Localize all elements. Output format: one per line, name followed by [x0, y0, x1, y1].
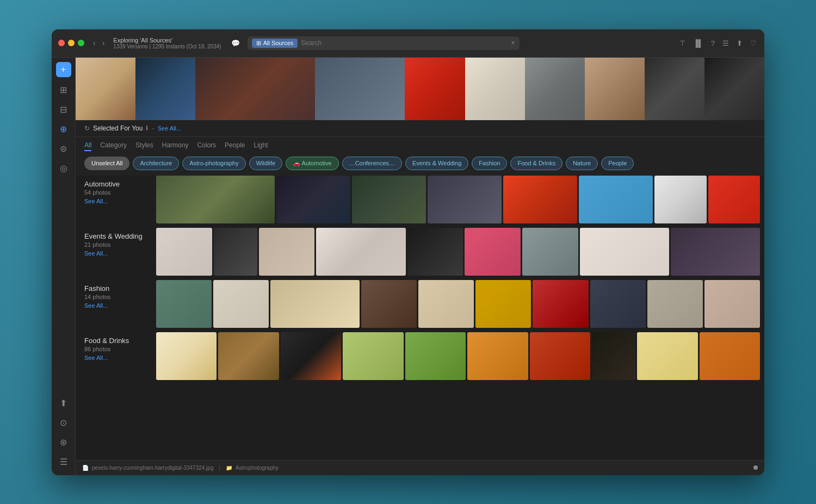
pill-wildlife[interactable]: Wildlife: [249, 157, 282, 170]
event-photo-7[interactable]: [522, 228, 578, 276]
food-photo-5[interactable]: [405, 332, 466, 380]
hero-image-8[interactable]: [645, 58, 704, 120]
fashion-photo-3[interactable]: [270, 280, 359, 328]
food-photo-3[interactable]: [281, 332, 341, 380]
fashion-photo-2[interactable]: [213, 280, 269, 328]
fashion-see-all[interactable]: See All...: [84, 302, 152, 309]
back-button[interactable]: ‹: [91, 38, 98, 48]
auto-photo-7[interactable]: [654, 176, 706, 223]
auto-photo-1[interactable]: [156, 176, 275, 223]
fashion-photo-10[interactable]: [704, 280, 760, 328]
food-photo-1[interactable]: [156, 332, 217, 380]
auto-photo-4[interactable]: [428, 176, 502, 223]
pill-conferences[interactable]: …Conferences…: [342, 157, 402, 170]
sfy-see-all[interactable]: See All...: [158, 125, 181, 132]
sidebar-item-plugin2[interactable]: ⊛: [55, 434, 72, 451]
minimize-button[interactable]: [68, 40, 75, 46]
pill-food[interactable]: Food & Drinks: [510, 157, 562, 170]
food-photo-2[interactable]: [218, 332, 279, 380]
pill-unselect-all[interactable]: Unselect All: [84, 157, 129, 170]
food-photo-4[interactable]: [343, 332, 403, 380]
sidebar-item-filmstrip[interactable]: ⊟: [55, 101, 72, 119]
auto-photo-2[interactable]: [276, 176, 350, 223]
event-photo-9[interactable]: [671, 228, 760, 276]
pill-architecture[interactable]: Architecture: [133, 157, 179, 170]
event-photo-6[interactable]: [465, 228, 521, 276]
sidebar-item-menu[interactable]: ☰: [55, 453, 72, 471]
hero-image-7[interactable]: [585, 58, 645, 120]
pill-astro[interactable]: Astro-photography: [182, 157, 246, 170]
hero-image-6[interactable]: [525, 58, 585, 120]
filter-tab-light[interactable]: Light: [254, 141, 268, 151]
maximize-button[interactable]: [78, 40, 84, 46]
fashion-photo-7[interactable]: [533, 280, 588, 328]
hero-image-1[interactable]: [135, 58, 195, 120]
food-photo-9[interactable]: [637, 332, 697, 380]
auto-photo-3[interactable]: [352, 176, 426, 223]
fashion-photo-8[interactable]: [590, 280, 646, 328]
help-icon[interactable]: ?: [710, 38, 716, 48]
hero-image-2[interactable]: [195, 58, 315, 120]
fashion-photo-strip: [156, 280, 760, 328]
hero-image-3[interactable]: [315, 58, 405, 120]
food-photo-10[interactable]: [700, 332, 760, 380]
pill-fashion[interactable]: Fashion: [472, 157, 507, 170]
filter-tab-people[interactable]: People: [225, 141, 245, 151]
sidebar-toggle-icon[interactable]: ☰: [721, 38, 730, 48]
pill-nature[interactable]: Nature: [566, 157, 598, 170]
heart-icon[interactable]: ♡: [749, 38, 758, 48]
food-photo-6[interactable]: [467, 332, 528, 380]
fashion-photo-9[interactable]: [647, 280, 703, 328]
auto-photo-5[interactable]: [503, 176, 577, 223]
auto-photo-6[interactable]: [579, 176, 653, 223]
food-see-all[interactable]: See All...: [84, 354, 152, 361]
chart-icon[interactable]: ▐▌: [692, 38, 704, 48]
sidebar-item-face[interactable]: ◎: [55, 160, 72, 177]
pill-events[interactable]: Events & Wedding: [405, 157, 468, 170]
filter-tab-all[interactable]: All: [84, 141, 91, 151]
main-window: ‹ › Exploring 'All Sources' 1339 Version…: [52, 29, 764, 475]
hero-image-9[interactable]: [704, 58, 764, 120]
sidebar-item-plugin1[interactable]: ⊙: [55, 414, 72, 432]
event-photo-5[interactable]: [407, 228, 463, 276]
filter-tab-styles[interactable]: Styles: [135, 141, 153, 151]
hero-image-5[interactable]: [465, 58, 525, 120]
event-photo-4[interactable]: [316, 228, 405, 276]
filter-tab-harmony[interactable]: Harmony: [162, 141, 189, 151]
auto-photo-8[interactable]: [708, 176, 760, 223]
filter-icon[interactable]: ⊤: [678, 38, 687, 48]
scroll-area[interactable]: Automotive 54 photos See All...: [76, 176, 764, 460]
filter-tab-colors[interactable]: Colors: [197, 141, 216, 151]
close-button[interactable]: [58, 40, 65, 46]
filter-tab-category[interactable]: Category: [100, 141, 127, 151]
statusbar-sep: |: [219, 465, 220, 471]
search-input[interactable]: [301, 39, 511, 47]
food-photo-7[interactable]: [530, 332, 590, 380]
share-icon[interactable]: ⬆: [735, 38, 744, 48]
sidebar-item-export[interactable]: ⬆: [55, 395, 72, 412]
events-see-all[interactable]: See All...: [84, 250, 152, 257]
sidebar-item-grid[interactable]: ⊞: [55, 82, 72, 99]
pill-people[interactable]: People: [601, 157, 634, 170]
fashion-photo-5[interactable]: [418, 280, 474, 328]
automotive-see-all[interactable]: See All...: [84, 198, 152, 204]
event-photo-1[interactable]: [156, 228, 212, 276]
hero-image-0[interactable]: [76, 58, 135, 120]
search-bar[interactable]: ⊞ All Sources ×: [248, 36, 520, 50]
sfy-info-icon[interactable]: ℹ: [146, 125, 148, 132]
food-photo-8[interactable]: [592, 332, 635, 380]
event-photo-8[interactable]: [580, 228, 669, 276]
event-photo-2[interactable]: [214, 228, 257, 276]
event-photo-3[interactable]: [259, 228, 315, 276]
sidebar-item-import[interactable]: ⊕: [55, 121, 72, 138]
add-button[interactable]: +: [56, 62, 71, 77]
chat-icon[interactable]: 💬: [230, 38, 241, 48]
fashion-photo-4[interactable]: [361, 280, 417, 328]
pill-automotive[interactable]: 🚗 Automotive: [286, 157, 338, 170]
sidebar-item-map[interactable]: ⊜: [55, 140, 72, 158]
fashion-photo-6[interactable]: [475, 280, 531, 328]
fashion-photo-1[interactable]: [156, 280, 212, 328]
hero-image-4[interactable]: [405, 58, 465, 120]
forward-button[interactable]: ›: [100, 38, 107, 48]
search-clear-icon[interactable]: ×: [511, 39, 515, 47]
